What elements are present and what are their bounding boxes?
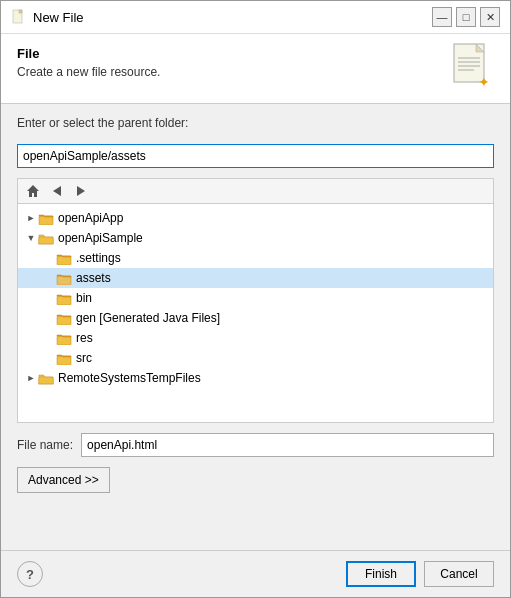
folder-icon-wrap: [38, 231, 54, 245]
tree-item[interactable]: assets: [18, 268, 493, 288]
folder-icon: [56, 352, 72, 365]
tree-item-label: openApiSample: [58, 231, 143, 245]
forward-arrow-icon: [75, 185, 87, 197]
svg-rect-18: [57, 336, 71, 345]
tree-item[interactable]: bin: [18, 288, 493, 308]
home-button[interactable]: [22, 181, 44, 201]
folder-icon: [56, 292, 72, 305]
folder-icon-wrap: [56, 331, 72, 345]
tree-item-label: .settings: [76, 251, 121, 265]
section-description: Create a new file resource.: [17, 65, 494, 79]
footer-buttons: Finish Cancel: [346, 561, 494, 587]
new-file-dialog: New File — □ ✕ File Create a new file re…: [0, 0, 511, 598]
tree-item-label: bin: [76, 291, 92, 305]
footer: ? Finish Cancel: [1, 550, 510, 597]
header-section: File Create a new file resource. ✦: [1, 34, 510, 104]
svg-marker-11: [53, 186, 61, 196]
document-icon-container: ✦: [452, 42, 494, 95]
folder-icon-wrap: [56, 311, 72, 325]
folder-icon-wrap: [38, 371, 54, 385]
window-title: New File: [33, 10, 426, 25]
svg-rect-19: [57, 356, 71, 365]
cancel-button[interactable]: Cancel: [424, 561, 494, 587]
tree-item[interactable]: .settings: [18, 248, 493, 268]
folder-icon-wrap: [56, 271, 72, 285]
folder-icon-wrap: [56, 251, 72, 265]
window-controls: — □ ✕: [432, 7, 500, 27]
help-button[interactable]: ?: [17, 561, 43, 587]
document-icon: ✦: [452, 42, 494, 92]
folder-icon: [56, 312, 72, 325]
maximize-button[interactable]: □: [456, 7, 476, 27]
svg-text:✦: ✦: [478, 74, 490, 90]
tree-toolbar: [17, 178, 494, 203]
new-file-icon: [11, 9, 27, 25]
tree-item[interactable]: ▼ openApiSample: [18, 228, 493, 248]
tree-item-label: RemoteSystemsTempFiles: [58, 371, 201, 385]
tree-item[interactable]: ► RemoteSystemsTempFiles: [18, 368, 493, 388]
svg-marker-12: [77, 186, 85, 196]
folder-icon-wrap: [38, 211, 54, 225]
folder-icon: [38, 212, 54, 225]
svg-rect-15: [57, 276, 71, 285]
folder-path-input[interactable]: [17, 144, 494, 168]
svg-marker-10: [27, 185, 39, 197]
folder-icon: [56, 272, 72, 285]
svg-rect-17: [57, 316, 71, 325]
main-content: Enter or select the parent folder:: [1, 104, 510, 550]
tree-item[interactable]: gen [Generated Java Files]: [18, 308, 493, 328]
close-button[interactable]: ✕: [480, 7, 500, 27]
filename-row: File name:: [17, 433, 494, 457]
tree-item-label: assets: [76, 271, 111, 285]
tree-item-label: src: [76, 351, 92, 365]
filename-label: File name:: [17, 438, 73, 452]
home-icon: [26, 184, 40, 198]
tree-item[interactable]: res: [18, 328, 493, 348]
title-bar: New File — □ ✕: [1, 1, 510, 34]
back-arrow-icon: [51, 185, 63, 197]
expand-arrow-icon: ►: [24, 373, 38, 383]
folder-label: Enter or select the parent folder:: [17, 116, 494, 130]
svg-rect-14: [57, 256, 71, 265]
finish-button[interactable]: Finish: [346, 561, 416, 587]
folder-icon: [56, 332, 72, 345]
filename-input[interactable]: [81, 433, 494, 457]
tree-item[interactable]: ► openApiApp: [18, 208, 493, 228]
tree-item-label: res: [76, 331, 93, 345]
advanced-section: Advanced >>: [17, 467, 494, 493]
advanced-button[interactable]: Advanced >>: [17, 467, 110, 493]
tree-item-label: openApiApp: [58, 211, 123, 225]
minimize-button[interactable]: —: [432, 7, 452, 27]
folder-tree[interactable]: ► openApiApp ▼ openApiSample .settings: [17, 203, 494, 423]
tree-item[interactable]: src: [18, 348, 493, 368]
folder-icon: [56, 252, 72, 265]
tree-section: ► openApiApp ▼ openApiSample .settings: [17, 178, 494, 423]
svg-rect-13: [39, 216, 53, 225]
collapse-arrow-icon: ▼: [24, 233, 38, 243]
section-title: File: [17, 46, 494, 61]
folder-icon-wrap: [56, 291, 72, 305]
folder-open-icon: [38, 232, 54, 245]
folder-icon-wrap: [56, 351, 72, 365]
expand-arrow-icon: ►: [24, 213, 38, 223]
folder-open-icon: [38, 372, 54, 385]
forward-button[interactable]: [70, 181, 92, 201]
tree-item-label: gen [Generated Java Files]: [76, 311, 220, 325]
svg-rect-16: [57, 296, 71, 305]
back-button[interactable]: [46, 181, 68, 201]
